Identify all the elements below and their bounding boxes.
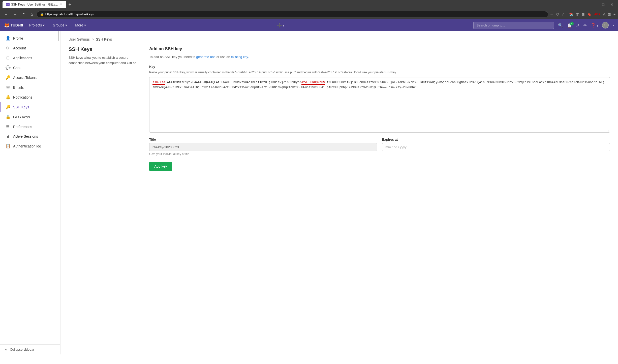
home-button[interactable]: ⌂ bbox=[29, 12, 35, 17]
sidebar-item-ssh-keys[interactable]: 🔑 SSH Keys bbox=[0, 102, 60, 112]
title-field: Title Give your individual key a title bbox=[149, 138, 377, 156]
translate-icon[interactable]: A bbox=[603, 12, 605, 16]
todo-badge: 4 bbox=[570, 22, 574, 25]
title-input[interactable] bbox=[149, 143, 377, 151]
issues-button[interactable]: ✏ bbox=[583, 23, 587, 28]
breadcrumb: User Settings > SSH Keys bbox=[69, 37, 610, 41]
page-title: SSH Keys bbox=[69, 46, 139, 52]
minimize-button[interactable]: — bbox=[591, 2, 598, 7]
sidebar-item-access-tokens[interactable]: 🔑 Access Tokens bbox=[0, 73, 60, 82]
reload-button[interactable]: ↻ bbox=[21, 11, 27, 17]
adblock-icon[interactable]: ABP bbox=[594, 13, 600, 16]
reading-list-icon[interactable]: 📚 bbox=[569, 12, 573, 16]
form-section: Add an SSH key To add an SSH key you nee… bbox=[149, 46, 610, 171]
access-tokens-link[interactable]: 🔑 Access Tokens bbox=[0, 73, 60, 82]
chat-link[interactable]: 💬 Chat bbox=[0, 63, 60, 73]
sidebar-item-account[interactable]: ⚙ Account bbox=[0, 43, 60, 53]
applications-link[interactable]: ⊞ Applications bbox=[0, 53, 60, 63]
title-hint: Give your individual key a title bbox=[149, 152, 377, 156]
emails-icon: ✉ bbox=[6, 85, 10, 90]
content-grid: SSH Keys SSH keys allow you to establish… bbox=[69, 46, 610, 171]
nav-groups-label: Groups bbox=[53, 23, 64, 27]
key-field-hint: Paste your public SSH key, which is usua… bbox=[149, 70, 610, 75]
search-input[interactable] bbox=[473, 22, 554, 29]
gitlab-nav: 🦊 TUDelft Projects ▾ Groups ▾ More ▾ ➕ ▾… bbox=[0, 19, 618, 31]
form-section-title: Add an SSH key bbox=[149, 46, 610, 51]
bookmark-icon[interactable]: ☆ bbox=[562, 12, 565, 16]
merge-request-button[interactable]: ⇄ bbox=[576, 23, 579, 28]
emails-link[interactable]: ✉ Emails bbox=[0, 82, 60, 92]
generate-one-link[interactable]: generate one bbox=[196, 55, 215, 59]
url-text: https://gitlab.tudelft.nl/profile/keys bbox=[45, 12, 94, 16]
sidebar-item-notifications[interactable]: 🔔 Notifications bbox=[0, 92, 60, 102]
search-button[interactable]: 🔍 bbox=[558, 23, 563, 28]
forward-button[interactable]: → bbox=[12, 12, 19, 17]
back-button[interactable]: ← bbox=[3, 12, 10, 17]
sidebar-item-auth-log[interactable]: 📋 Authentication log bbox=[0, 141, 60, 151]
preferences-label: Preferences bbox=[13, 125, 32, 129]
auth-log-link[interactable]: 📋 Authentication log bbox=[0, 141, 60, 151]
existing-key-link[interactable]: existing key bbox=[231, 55, 248, 59]
more-chevron-icon: ▾ bbox=[84, 23, 86, 27]
applications-label: Applications bbox=[13, 56, 32, 60]
help-button[interactable]: ❓ ▾ bbox=[591, 23, 598, 28]
create-new-button[interactable]: ➕ ▾ bbox=[277, 23, 284, 28]
sidebar-item-gpg-keys[interactable]: 🔒 GPG Keys bbox=[0, 112, 60, 122]
user-avatar[interactable]: U bbox=[602, 22, 609, 28]
breadcrumb-current: SSH Keys bbox=[96, 37, 112, 41]
nav-more[interactable]: More ▾ bbox=[73, 22, 88, 28]
nav-more-label: More bbox=[75, 23, 83, 27]
notifications-link[interactable]: 🔔 Notifications bbox=[0, 92, 60, 102]
expires-input[interactable] bbox=[382, 143, 610, 151]
bookmarks-icon[interactable]: 🔖 bbox=[587, 12, 592, 16]
notifications-label: Notifications bbox=[13, 95, 32, 99]
grid-icon[interactable]: ⊞ bbox=[582, 12, 585, 16]
close-button[interactable]: ✕ bbox=[608, 2, 615, 7]
sidebar-item-chat[interactable]: 💬 Chat bbox=[0, 63, 60, 73]
browser-chrome: GL SSH Keys · User Settings · GitLa... ✕… bbox=[0, 0, 618, 19]
collapse-sidebar-button[interactable]: « Collapse sidebar bbox=[0, 344, 60, 354]
sidebar: 👤 Profile ⚙ Account ⊞ Applications 💬 bbox=[0, 31, 60, 354]
preferences-link[interactable]: ☰ Preferences bbox=[0, 122, 60, 132]
page-description: SSH Keys SSH keys allow you to establish… bbox=[69, 46, 139, 171]
sidebar-nav: 👤 Profile ⚙ Account ⊞ Applications 💬 bbox=[0, 31, 60, 153]
gpg-keys-link[interactable]: 🔒 GPG Keys bbox=[0, 112, 60, 122]
extensions-icon[interactable]: ··· bbox=[550, 12, 553, 16]
nav-projects[interactable]: Projects ▾ bbox=[27, 22, 47, 28]
tab-bar: GL SSH Keys · User Settings · GitLa... ✕… bbox=[0, 0, 618, 9]
menu-icon[interactable]: ≡ bbox=[613, 12, 615, 16]
profile-link[interactable]: 👤 Profile bbox=[0, 33, 60, 43]
ssh-keys-link[interactable]: 🔑 SSH Keys bbox=[0, 102, 60, 112]
todo-button[interactable]: 📋 4 bbox=[567, 23, 572, 28]
breadcrumb-parent[interactable]: User Settings bbox=[69, 37, 90, 41]
sidebar-item-applications[interactable]: ⊞ Applications bbox=[0, 53, 60, 63]
add-key-button[interactable]: Add key bbox=[149, 162, 172, 171]
url-bar[interactable]: 🔒 https://gitlab.tudelft.nl/profile/keys bbox=[37, 11, 548, 17]
sidebar-scrollbar[interactable] bbox=[58, 31, 59, 41]
active-tab[interactable]: GL SSH Keys · User Settings · GitLa... ✕ bbox=[3, 1, 66, 8]
breadcrumb-separator: > bbox=[92, 37, 94, 41]
active-sessions-link[interactable]: 🖥 Active Sessions bbox=[0, 132, 60, 141]
sidebar-item-emails[interactable]: ✉ Emails bbox=[0, 82, 60, 92]
tab-close-button[interactable]: ✕ bbox=[59, 3, 63, 6]
key-field-label: Key bbox=[149, 65, 610, 69]
intro-end: . bbox=[248, 55, 249, 59]
sidebar-item-active-sessions[interactable]: 🖥 Active Sessions bbox=[0, 132, 60, 141]
key-part-ssh-rsa: ssh-rsa bbox=[152, 81, 165, 85]
sidebar-item-profile[interactable]: 👤 Profile bbox=[0, 33, 60, 43]
nav-groups[interactable]: Groups ▾ bbox=[51, 22, 69, 28]
page-description-text: SSH keys allow you to establish a secure… bbox=[69, 55, 139, 66]
auth-log-label: Authentication log bbox=[13, 144, 41, 148]
chat-label: Chat bbox=[13, 66, 21, 70]
sidebar-toggle-icon[interactable]: ◫ bbox=[576, 12, 579, 16]
sidebar-item-preferences[interactable]: ☰ Preferences bbox=[0, 122, 60, 132]
textarea-resize-handle[interactable]: ⤡ bbox=[607, 129, 609, 132]
new-tab-button[interactable]: + bbox=[66, 2, 73, 7]
maximize-button[interactable]: □ bbox=[600, 2, 606, 7]
account-link[interactable]: ⚙ Account bbox=[0, 43, 60, 53]
gitlab-logo[interactable]: 🦊 TUDelft bbox=[4, 22, 23, 28]
shield-icon[interactable]: 🛡 bbox=[556, 12, 559, 16]
extension2-icon[interactable]: ⊡ bbox=[608, 12, 611, 16]
help-chevron-icon: ▾ bbox=[597, 24, 598, 27]
emails-label: Emails bbox=[13, 85, 24, 89]
